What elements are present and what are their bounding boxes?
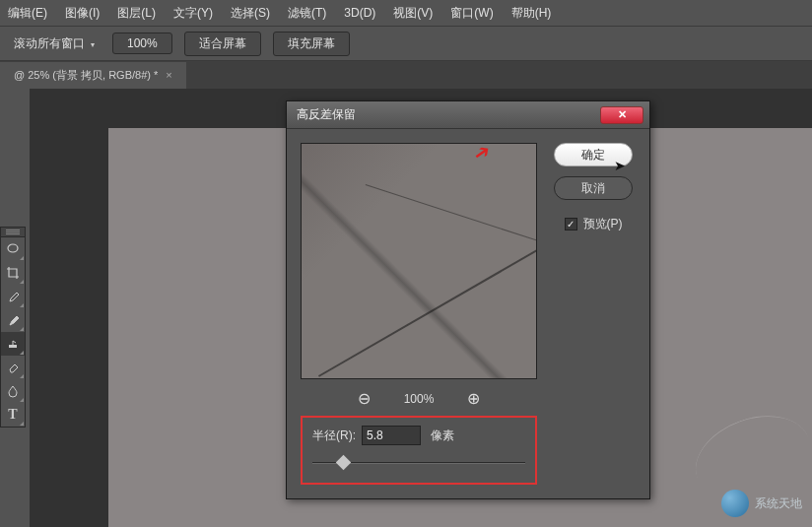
zoom-in-icon[interactable]: ⊕ — [463, 389, 483, 408]
menu-window[interactable]: 窗口(W) — [450, 5, 493, 22]
menu-select[interactable]: 选择(S) — [231, 5, 270, 22]
menu-help[interactable]: 帮助(H) — [511, 5, 552, 22]
document-tab-bar: @ 25% (背景 拷贝, RGB/8#) * × — [0, 61, 812, 89]
menu-view[interactable]: 视图(V) — [393, 5, 433, 22]
tool-eyedropper[interactable] — [1, 285, 25, 308]
zoom-out-icon[interactable]: ⊖ — [355, 389, 374, 408]
menu-layer[interactable]: 图层(L) — [117, 5, 156, 22]
dialog-titlebar[interactable]: 高反差保留 ✕ — [287, 101, 649, 129]
tool-blur[interactable] — [1, 379, 25, 403]
tool-brush[interactable] — [1, 308, 25, 332]
chevron-down-icon: ▾ — [91, 40, 95, 49]
close-icon[interactable]: × — [166, 69, 171, 81]
cursor-icon: ➤ — [614, 158, 626, 173]
tool-lasso[interactable] — [1, 237, 25, 261]
preview-zoom-percent: 100% — [404, 392, 435, 406]
document-tab[interactable]: @ 25% (背景 拷贝, RGB/8#) * × — [0, 62, 186, 89]
radius-input[interactable] — [362, 426, 421, 445]
radius-group: 半径(R): 像素 — [301, 416, 537, 485]
watermark-text: 系统天地 — [755, 495, 802, 512]
menu-type[interactable]: 文字(Y) — [173, 5, 213, 22]
menu-image[interactable]: 图像(I) — [65, 5, 100, 22]
radius-label: 半径(R): — [312, 428, 356, 444]
tool-crop[interactable] — [1, 261, 25, 285]
tool-type[interactable]: T — [1, 403, 25, 427]
fit-screen-button[interactable]: 适合屏幕 — [184, 32, 261, 56]
scroll-all-windows[interactable]: 滚动所有窗口▾ — [8, 33, 101, 55]
document-tab-title: @ 25% (背景 拷贝, RGB/8#) * — [14, 68, 158, 83]
svg-rect-1 — [9, 345, 17, 348]
dialog-close-button[interactable]: ✕ — [600, 106, 643, 124]
radius-slider[interactable] — [312, 457, 525, 469]
ok-button[interactable]: 确定 ➤ — [554, 143, 633, 166]
options-bar: 滚动所有窗口▾ 100% 适合屏幕 填充屏幕 — [0, 26, 812, 61]
menu-3d[interactable]: 3D(D) — [344, 6, 375, 20]
menu-filter[interactable]: 滤镜(T) — [288, 5, 326, 22]
menubar: 编辑(E) 图像(I) 图层(L) 文字(Y) 选择(S) 滤镜(T) 3D(D… — [0, 0, 812, 26]
globe-icon — [721, 490, 749, 517]
menu-edit[interactable]: 编辑(E) — [8, 5, 47, 22]
svg-point-0 — [8, 244, 18, 252]
cancel-button[interactable]: 取消 — [554, 176, 633, 200]
tool-panel: T — [0, 227, 26, 428]
tool-clone-stamp[interactable] — [1, 332, 25, 356]
dialog-title: 高反差保留 — [293, 106, 600, 123]
fill-screen-button[interactable]: 填充屏幕 — [273, 32, 350, 56]
watermark: 系统天地 — [721, 490, 802, 517]
high-pass-dialog: 高反差保留 ✕ ⊖ 100% ⊕ 半径(R): 像素 — [286, 100, 650, 499]
zoom-percent-field[interactable]: 100% — [112, 33, 172, 54]
panel-grip[interactable] — [1, 228, 25, 237]
radius-unit: 像素 — [431, 428, 454, 444]
preview-checkbox-label: 预览(P) — [583, 216, 623, 232]
slider-thumb[interactable] — [336, 455, 352, 471]
filter-preview[interactable] — [301, 143, 537, 379]
preview-checkbox[interactable]: ✓ — [565, 218, 577, 231]
tool-eraser[interactable] — [1, 356, 25, 379]
